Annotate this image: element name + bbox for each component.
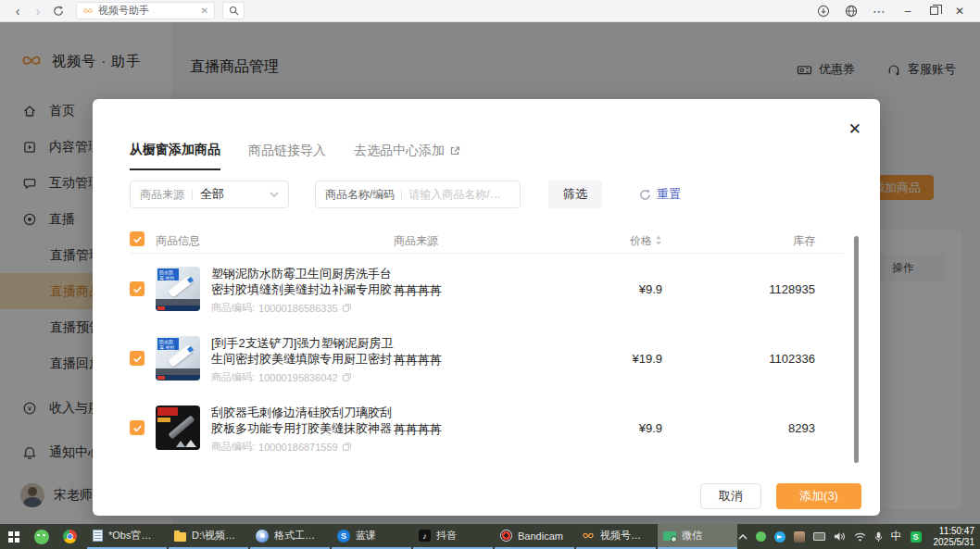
tab-label: 去选品中心添加 [354, 143, 445, 159]
taskbar-button-bandicam[interactable]: Bandicam [495, 524, 574, 549]
tab-import-by-link[interactable]: 商品链接导入 [248, 142, 326, 170]
product-search-input[interactable]: 商品名称/编码 请输入商品名称/编码搜索 [315, 181, 521, 208]
channels-live-icon [582, 530, 595, 543]
restore-button[interactable] [921, 1, 947, 21]
taskbar-button-folder[interactable]: D:\视频号直播... [169, 524, 248, 549]
table-row: 防水防霉 密封补漏 [到手2支送铲刀]强力塑钢泥厨房卫生间密封胶美缝填隙专用厨卫… [130, 324, 843, 393]
tab-label: 商品链接导入 [248, 143, 326, 159]
search-button[interactable] [222, 2, 245, 19]
chevron-down-icon [270, 192, 279, 197]
external-link-icon [449, 145, 460, 156]
reset-label: 重置 [657, 186, 681, 203]
wechat-screen-icon [663, 531, 676, 541]
tray-avatar-icon[interactable] [794, 531, 805, 543]
tray-wechat-icon[interactable] [756, 531, 766, 542]
product-stock: 1102336 [722, 352, 815, 366]
notepad-icon [93, 530, 103, 542]
start-button[interactable] [0, 524, 28, 549]
tray-volume-icon[interactable] [834, 531, 846, 542]
check-icon [132, 284, 143, 294]
taskbar-clock[interactable]: 11:50:47 2025/5/31 [930, 526, 975, 548]
taskbar-button-label: 视频号直播伴侣 [600, 529, 650, 543]
product-thumbnail: 防水防霉 密封补漏 [156, 336, 200, 381]
search-placeholder: 请输入商品名称/编码搜索 [408, 187, 510, 203]
confirm-add-button[interactable]: 添加(3) [776, 483, 861, 509]
cancel-button[interactable]: 取消 [700, 483, 761, 509]
select-all-checkbox[interactable] [130, 231, 144, 246]
tray-s-app-icon[interactable]: S [911, 531, 922, 543]
search-input-label: 商品名称/编码 [325, 187, 395, 203]
reload-button[interactable] [48, 2, 69, 20]
taskbar-button-obs-notes[interactable]: *Obs官网电脑... [87, 524, 167, 549]
channels-favicon [82, 6, 94, 17]
tab-close-icon[interactable]: ✕ [201, 6, 208, 16]
wechat-icon [34, 530, 49, 544]
taskbar-button-formatfactory[interactable]: 格式工厂 X64 ... [250, 524, 330, 549]
back-button[interactable]: ‹ [7, 2, 28, 20]
column-product-source: 商品来源 [394, 233, 438, 249]
forward-button[interactable]: › [28, 2, 48, 20]
taskbar-button-label: 抖音 [436, 529, 457, 543]
chrome-launcher[interactable] [56, 524, 83, 549]
product-stock: 8293 [722, 421, 815, 435]
copy-icon[interactable] [342, 303, 352, 313]
source-select[interactable]: 商品来源 全部 [130, 181, 289, 208]
wechat-launcher[interactable] [28, 524, 56, 549]
column-stock: 库存 [722, 233, 815, 249]
input-method-indicator[interactable]: 中 [891, 529, 902, 544]
tray-microphone-icon[interactable] [874, 531, 883, 543]
product-code-label: 商品编码: [211, 370, 255, 384]
product-thumbnail [156, 406, 200, 450]
product-source: 苒苒苒苒 [394, 282, 442, 299]
close-window-button[interactable]: ✕ [947, 1, 973, 21]
check-icon [132, 354, 143, 364]
taskbar: *Obs官网电脑... D:\视频号直播... 格式工厂 X64 ... S 蓝… [0, 524, 980, 549]
filter-button[interactable]: 筛选 [548, 181, 602, 208]
copy-icon[interactable] [342, 442, 352, 452]
modal-scrollbar[interactable] [854, 236, 859, 463]
tab-selection-center[interactable]: 去选品中心添加 [354, 142, 460, 170]
reset-button[interactable]: 重置 [639, 186, 681, 203]
column-price: 价格 [574, 233, 662, 249]
taskbar-button-label: Bandicam [518, 530, 563, 542]
copy-icon[interactable] [342, 372, 352, 382]
taskbar-button-channels-live[interactable]: 视频号直播伴侣 [576, 524, 656, 549]
product-name: 刮胶器毛刺修边清硅胶刮刀璃胶刮胶板多功能专用打胶美缝抹胶神器 [211, 405, 396, 436]
download-button[interactable] [811, 2, 836, 20]
product-price: ¥19.9 [574, 352, 662, 366]
check-icon [132, 423, 143, 433]
minimize-button[interactable]: – [895, 1, 921, 21]
tray-network-icon[interactable] [854, 532, 866, 542]
sort-icon[interactable] [655, 235, 662, 248]
douyin-icon: ♪ [419, 530, 431, 542]
row-checkbox[interactable] [130, 351, 144, 366]
check-icon [132, 234, 143, 244]
source-select-label: 商品来源 [140, 187, 184, 203]
modal-close-icon[interactable]: ✕ [848, 121, 861, 137]
reset-icon [639, 189, 651, 201]
lanke-icon: S [337, 530, 350, 543]
formatfactory-icon [256, 530, 269, 543]
row-checkbox[interactable] [130, 420, 144, 435]
taskbar-button-lanke[interactable]: S 蓝课 [332, 524, 411, 549]
tab-label: 从橱窗添加商品 [130, 142, 220, 158]
tray-display-icon[interactable] [813, 532, 825, 541]
product-code-label: 商品编码: [211, 440, 255, 454]
column-price-label: 价格 [630, 234, 652, 247]
product-code-label: 商品编码: [211, 301, 255, 315]
clock-time: 11:50:47 [934, 526, 975, 537]
tab-add-from-showcase[interactable]: 从橱窗添加商品 [130, 142, 220, 170]
taskbar-button-label: *Obs官网电脑... [108, 529, 161, 543]
tray-expand-button[interactable] [738, 534, 748, 540]
globe-button[interactable] [839, 2, 863, 20]
row-checkbox[interactable] [130, 281, 144, 296]
browser-tab[interactable]: 视频号助手 ✕ [76, 2, 215, 19]
taskbar-button-douyin[interactable]: ♪ 抖音 [413, 524, 493, 549]
taskbar-button-wechat[interactable]: 微信 [658, 524, 737, 549]
modal-tabs: 从橱窗添加商品 商品链接导入 去选品中心添加 [130, 142, 460, 170]
product-code: 10000195836042 [258, 372, 338, 383]
windows-logo-icon [8, 531, 19, 543]
menu-dots-button[interactable]: ⋯ [867, 2, 891, 20]
table-row: 刮胶器毛刺修边清硅胶刮刀璃胶刮胶板多功能专用打胶美缝抹胶神器 商品编码: 100… [130, 393, 843, 463]
tray-messenger-icon[interactable] [774, 531, 785, 543]
